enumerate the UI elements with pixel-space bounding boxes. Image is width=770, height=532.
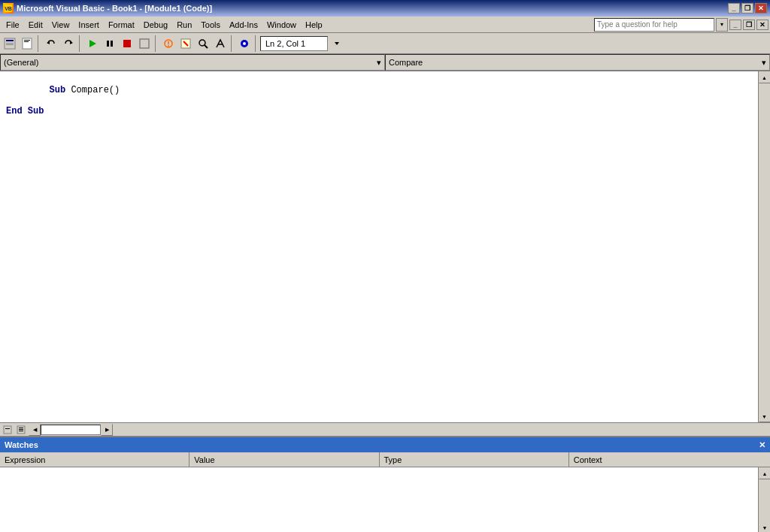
toolbar-pause-button[interactable] [102, 35, 118, 52]
svg-rect-7 [24, 40, 30, 41]
toolbar-separator-2 [79, 35, 82, 52]
svg-rect-28 [4, 426, 11, 434]
watches-header: Watches ✕ [0, 437, 770, 452]
help-dropdown-button[interactable]: ▾ [716, 18, 728, 32]
svg-rect-13 [111, 41, 113, 47]
svg-line-23 [205, 45, 208, 48]
inner-minimize-button[interactable]: _ [729, 20, 741, 30]
svg-point-22 [199, 40, 205, 46]
restore-button[interactable]: ❐ [741, 3, 753, 14]
title-bar: VB Microsoft Visual Basic - Book1 - [Mod… [0, 0, 770, 17]
svg-rect-12 [107, 41, 109, 47]
menu-item-format[interactable]: Format [104, 19, 139, 31]
code-editor[interactable]: Sub Compare()End Sub [0, 71, 758, 422]
toolbar-btn-5[interactable] [160, 35, 177, 52]
menu-item-view[interactable]: View [47, 19, 74, 31]
menu-item-file[interactable]: File [2, 19, 24, 31]
title-text: Microsoft Visual Basic - Book1 - [Module… [17, 4, 212, 13]
toolbar-stop-button[interactable] [119, 35, 135, 52]
watches-panel: Watches ✕ Expression Value Type Context … [0, 436, 770, 532]
svg-rect-16 [141, 41, 147, 47]
watches-scrollbar-v[interactable]: ▲ ▼ [758, 467, 770, 532]
scroll-up-button[interactable]: ▲ [759, 71, 771, 83]
object-selector[interactable]: (General) ▾ [0, 54, 385, 71]
toolbar-btn-7[interactable] [195, 35, 211, 52]
status-indicator: Ln 2, Col 1 [260, 36, 328, 51]
svg-rect-8 [24, 41, 29, 42]
menu-item-edit[interactable]: Edit [24, 19, 47, 31]
horizontal-scrollbar: ◀ ▶ [29, 424, 770, 436]
watches-columns: Expression Value Type Context [0, 452, 770, 467]
toolbar-run-button[interactable] [84, 35, 101, 52]
title-bar-left: VB Microsoft Visual Basic - Book1 - [Mod… [3, 3, 212, 14]
scroll-thumb-h[interactable] [41, 425, 101, 435]
menu-item-debug[interactable]: Debug [139, 19, 172, 31]
main-content: (General) ▾ Compare ▾ Sub Compare()End S… [0, 54, 770, 532]
toolbar-btn-2[interactable] [19, 35, 35, 52]
module-view-icon[interactable] [15, 425, 27, 435]
menu-item-insert[interactable]: Insert [74, 19, 104, 31]
scroll-track-vertical[interactable] [759, 83, 770, 410]
toolbar-separator-1 [38, 35, 41, 52]
app-icon: VB [3, 3, 14, 14]
watch-col-expression: Expression [0, 452, 189, 467]
inner-close-button[interactable]: ✕ [756, 20, 768, 30]
scroll-left-button[interactable]: ◀ [29, 424, 41, 436]
help-box: ▾ _ ❐ ✕ [594, 18, 768, 32]
svg-rect-33 [19, 431, 23, 431]
watches-body: ▲ ▼ [0, 467, 770, 532]
procedure-selector[interactable]: Compare ▾ [385, 54, 770, 71]
procedure-view-icon[interactable] [2, 425, 14, 435]
title-bar-controls: _ ❐ ✕ [728, 3, 767, 14]
watches-scroll-up[interactable]: ▲ [759, 467, 770, 479]
toolbar-btn-8[interactable] [212, 35, 229, 52]
minimize-button[interactable]: _ [728, 3, 740, 14]
view-icons [0, 425, 29, 435]
watches-title: Watches [5, 440, 38, 449]
svg-marker-11 [89, 40, 96, 47]
svg-rect-29 [5, 428, 10, 429]
toolbar-separator-5 [255, 35, 258, 52]
toolbar-btn-undo[interactable] [43, 35, 59, 52]
svg-rect-14 [123, 40, 131, 47]
svg-rect-5 [6, 44, 14, 45]
watches-scroll-down[interactable]: ▼ [759, 521, 770, 532]
scroll-right-button[interactable]: ▶ [101, 424, 113, 436]
close-button[interactable]: ✕ [755, 3, 767, 14]
svg-rect-3 [6, 40, 14, 41]
watches-close-button[interactable]: ✕ [759, 440, 765, 450]
toolbar-btn-9[interactable] [236, 35, 253, 52]
svg-point-19 [168, 45, 169, 47]
editor-inner: Sub Compare()End Sub ▲ ▼ [0, 71, 770, 422]
object-selector-arrow: ▾ [377, 58, 381, 68]
watches-scroll-track[interactable] [759, 479, 770, 521]
svg-point-26 [243, 42, 246, 45]
code-selectors: (General) ▾ Compare ▾ [0, 54, 770, 71]
toolbar-separator-3 [155, 35, 158, 52]
toolbar-btn-6[interactable] [177, 35, 194, 52]
watch-col-value: Value [189, 452, 379, 467]
menu-item-addins[interactable]: Add-Ins [225, 19, 262, 31]
svg-rect-31 [19, 428, 23, 428]
inner-restore-button[interactable]: ❐ [743, 20, 755, 30]
bottom-bar: ◀ ▶ [0, 422, 770, 436]
menu-item-window[interactable]: Window [262, 19, 301, 31]
svg-rect-4 [6, 43, 14, 44]
scroll-down-button[interactable]: ▼ [759, 410, 771, 422]
toolbar-btn-1[interactable] [2, 35, 18, 52]
menu-item-run[interactable]: Run [172, 19, 196, 31]
toolbar-btn-design[interactable] [136, 35, 153, 52]
vertical-scrollbar[interactable]: ▲ ▼ [758, 71, 770, 422]
help-input[interactable] [594, 18, 714, 32]
procedure-selector-arrow: ▾ [762, 58, 766, 68]
watch-col-type: Type [380, 452, 569, 467]
menu-item-help[interactable]: Help [301, 19, 327, 31]
menu-item-tools[interactable]: Tools [196, 19, 225, 31]
editor-area: (General) ▾ Compare ▾ Sub Compare()End S… [0, 54, 770, 436]
toolbar-btn-redo[interactable] [60, 35, 77, 52]
toolbar: Ln 2, Col 1 [0, 33, 770, 54]
watch-col-context: Context [569, 452, 758, 467]
toolbar-dropdown-btn[interactable] [329, 35, 345, 52]
svg-rect-32 [19, 429, 23, 430]
menu-bar: File Edit View Insert Format Debug Run T… [0, 17, 770, 33]
